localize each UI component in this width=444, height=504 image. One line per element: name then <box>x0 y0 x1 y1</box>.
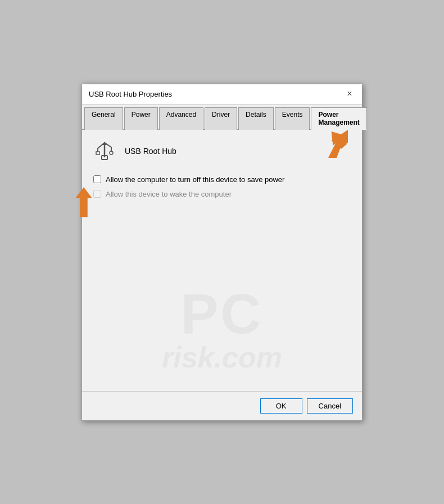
allow-turn-off-label[interactable]: Allow the computer to turn off this devi… <box>106 175 284 185</box>
svg-marker-11 <box>76 187 92 217</box>
tab-events[interactable]: Events <box>275 107 310 130</box>
watermark-pc: PC <box>82 281 362 346</box>
svg-rect-6 <box>96 152 99 155</box>
tab-power[interactable]: Power <box>124 107 158 130</box>
arrow-wake-icon <box>70 187 98 220</box>
tab-advanced[interactable]: Advanced <box>159 107 203 130</box>
device-header: USB Root Hub <box>91 141 353 161</box>
cancel-button[interactable]: Cancel <box>307 398 353 414</box>
allow-turn-off-checkbox[interactable] <box>93 175 101 183</box>
allow-wake-label[interactable]: Allow this device to wake the computer <box>106 189 232 199</box>
device-name-label: USB Root Hub <box>125 147 176 156</box>
usb-icon <box>91 141 118 161</box>
usb-symbol-icon <box>92 142 117 161</box>
allow-wake-row: Allow this device to wake the computer <box>93 189 353 199</box>
tab-power-management[interactable]: Power Management <box>311 107 366 130</box>
arrow-power-management-icon <box>317 127 351 161</box>
watermark-risk: risk.com <box>82 340 362 374</box>
tab-bar: General Power Advanced Driver Details Ev… <box>82 105 362 130</box>
dialog-footer: OK Cancel <box>82 391 362 420</box>
tab-general[interactable]: General <box>84 107 123 130</box>
options-section: Allow the computer to turn off this devi… <box>91 175 353 199</box>
allow-turn-off-row: Allow the computer to turn off this devi… <box>93 175 353 185</box>
ok-button[interactable]: OK <box>260 398 302 414</box>
tab-details[interactable]: Details <box>238 107 274 130</box>
title-bar: USB Root Hub Properties × <box>82 84 362 105</box>
tab-driver[interactable]: Driver <box>205 107 237 130</box>
window-title: USB Root Hub Properties <box>89 90 172 98</box>
dialog-window: USB Root Hub Properties × General Power … <box>81 84 363 421</box>
content-area: USB Root Hub Allow the computer to turn … <box>82 130 362 391</box>
close-button[interactable]: × <box>344 88 355 99</box>
